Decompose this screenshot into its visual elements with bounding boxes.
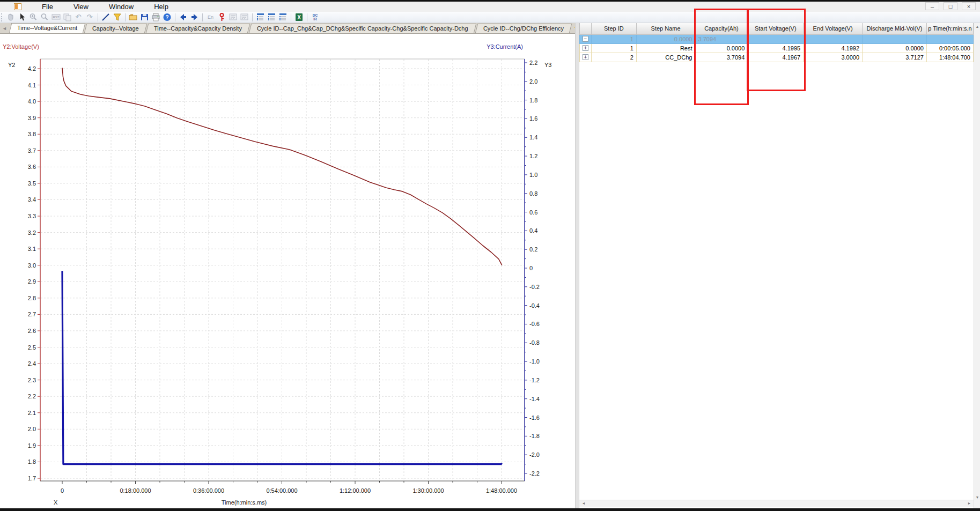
cell-p-time-h-min-s-n[interactable]: 1:48:04.700 — [926, 53, 973, 62]
menu-view[interactable]: View — [73, 3, 89, 11]
highlight-capacity-column — [694, 9, 749, 105]
col-header-7[interactable]: p Time(h:min:s.n — [926, 23, 973, 34]
zoom-icon — [39, 12, 50, 22]
collapse-icon[interactable]: − — [583, 36, 588, 42]
y2-tick-label: 2.3 — [28, 377, 36, 383]
scroll-right-arrow-icon[interactable]: ► — [966, 500, 973, 507]
y3-tick-label: 0.2 — [529, 246, 537, 253]
restore-button[interactable]: □ — [944, 2, 957, 10]
menu-help[interactable]: Help — [154, 3, 168, 11]
cell-end-voltage-v-[interactable]: 3.0000 — [804, 53, 863, 62]
y3-tick-label: 1.2 — [529, 153, 537, 159]
y2-tick-label: 3.9 — [28, 115, 36, 121]
save-icon[interactable] — [139, 12, 150, 22]
y3-tick-label: -0.4 — [529, 302, 540, 309]
report-alt-icon — [239, 12, 250, 22]
y3-axis-title: Y3:Current(A) — [487, 43, 523, 50]
x-tick-label: 0:36:00.000 — [193, 487, 224, 494]
x-axis-name: X — [54, 499, 58, 506]
col-header-1[interactable]: Step ID — [592, 23, 637, 34]
y3-tick-label: 0 — [529, 265, 533, 271]
list-report-2-icon[interactable] — [266, 12, 277, 22]
expand-icon[interactable]: + — [583, 45, 588, 51]
collapse-toggle[interactable]: − — [580, 34, 592, 43]
tab-scroll-left-icon[interactable]: ◄ — [2, 26, 7, 31]
line-tool-icon[interactable] — [100, 12, 112, 22]
cell-end-voltage-v-[interactable]: 4.1992 — [804, 43, 863, 53]
y3-tick-label: -2.0 — [529, 451, 540, 458]
horizontal-scrollbar[interactable]: ◄ ► — [579, 500, 974, 507]
toolbar-separator — [307, 13, 307, 21]
cell-step-id[interactable]: 2 — [592, 53, 637, 62]
print-icon[interactable] — [150, 12, 161, 22]
tab-2[interactable]: Capacity--Voltage — [84, 24, 147, 33]
x-tick-label: 1:30:00.000 — [412, 487, 444, 494]
menu-window[interactable]: Window — [109, 3, 134, 11]
y2-tick-label: 1.9 — [28, 442, 36, 449]
list-report-3-icon[interactable] — [277, 12, 289, 22]
open-folder-icon[interactable] — [128, 12, 139, 22]
cycle-cell-1[interactable]: 1 — [592, 34, 637, 43]
app-icon — [14, 3, 21, 10]
cycle-cell-6[interactable] — [863, 34, 927, 43]
y2-axis-name: Y2 — [8, 62, 15, 68]
expand-icon[interactable]: + — [583, 54, 588, 60]
cell-step-name[interactable]: Rest — [636, 43, 695, 53]
col-header-0[interactable] — [580, 23, 592, 34]
col-header-6[interactable]: Discharge Mid-Vol(V) — [863, 23, 927, 34]
toolbar: RST↶↷?EnXDCIR — [0, 12, 980, 23]
dcir-icon[interactable]: DCIR — [310, 12, 321, 22]
x-tick-label: 0 — [61, 487, 64, 494]
col-header-2[interactable]: Step Name — [636, 23, 695, 34]
svg-text:IR: IR — [313, 17, 317, 21]
tab-bar: ◄Time--Voltage&CurrentCapacity--VoltageT… — [0, 23, 575, 34]
scroll-down-arrow-icon[interactable]: ▼ — [974, 494, 980, 501]
col-header-5[interactable]: End Voltage(V) — [804, 23, 863, 34]
expand-toggle[interactable]: + — [580, 53, 592, 62]
list-report-1-icon[interactable] — [255, 12, 266, 22]
chart-panel: ◄Time--Voltage&CurrentCapacity--VoltageT… — [0, 23, 575, 508]
tab-1[interactable]: Time--Voltage&Current — [9, 23, 86, 33]
app-window: FileViewWindowHelp –□× RST↶↷?EnXDCIR ◄Ti… — [0, 0, 980, 511]
scroll-left-arrow-icon[interactable]: ◄ — [580, 500, 587, 507]
x-tick-label: 1:12:00.000 — [340, 487, 371, 494]
tab-4[interactable]: Cycle ID--Cap_Chg&Cap_DChg&Specific Capa… — [249, 24, 476, 33]
close-button[interactable]: × — [962, 2, 976, 10]
excel-export-icon[interactable]: X — [293, 12, 305, 22]
y3-tick-label: 2.2 — [529, 60, 537, 66]
select-cursor-icon[interactable] — [17, 12, 28, 22]
cell-step-id[interactable]: 1 — [592, 43, 637, 53]
minimize-button[interactable]: – — [925, 2, 939, 10]
cycle-cell-7[interactable] — [926, 34, 973, 43]
toolbar-separator — [175, 13, 175, 21]
y2-tick-label: 4.0 — [28, 98, 36, 105]
marker-key-icon[interactable] — [216, 12, 227, 22]
y2-tick-label: 3.6 — [28, 164, 36, 170]
help-icon[interactable]: ? — [161, 12, 173, 22]
vertical-scrollbar[interactable]: ▲ ▼ — [974, 23, 980, 508]
chart-area[interactable]: 1.71.81.92.02.12.22.32.42.52.62.72.82.93… — [0, 34, 575, 508]
back-arrow-icon[interactable] — [178, 12, 189, 22]
tab-3[interactable]: Time--Capacity&Capacity Density — [146, 24, 250, 33]
scroll-up-arrow-icon[interactable]: ▲ — [974, 23, 980, 31]
forward-arrow-icon[interactable] — [189, 12, 200, 22]
y2-tick-label: 3.7 — [28, 147, 36, 154]
filter-funnel-icon[interactable] — [112, 12, 123, 22]
cell-step-name[interactable]: CC_DChg — [636, 53, 695, 62]
y3-tick-label: 1.6 — [529, 115, 537, 122]
menu-file[interactable]: File — [42, 3, 53, 11]
y3-axis-name: Y3 — [544, 62, 551, 68]
y2-tick-label: 2.1 — [28, 410, 36, 416]
expand-toggle[interactable]: + — [580, 43, 592, 53]
cycle-cell-2[interactable]: 0.0000 — [636, 34, 695, 43]
cell-discharge-mid-vol-v-[interactable]: 0.0000 — [863, 43, 927, 53]
copy-pages-icon — [62, 12, 73, 22]
cell-discharge-mid-vol-v-[interactable]: 3.7127 — [863, 53, 927, 62]
cycle-cell-5[interactable] — [804, 34, 863, 43]
cell-p-time-h-min-s-n[interactable]: 0:00:05.000 — [926, 43, 973, 53]
y2-tick-label: 3.4 — [28, 196, 36, 203]
tab-5[interactable]: Cycle ID--Chg/DChg Efficiency — [475, 24, 572, 33]
y3-tick-label: -0.8 — [529, 339, 540, 346]
panel-splitter[interactable] — [575, 23, 579, 508]
menu-bar: FileViewWindowHelp — [0, 2, 980, 12]
